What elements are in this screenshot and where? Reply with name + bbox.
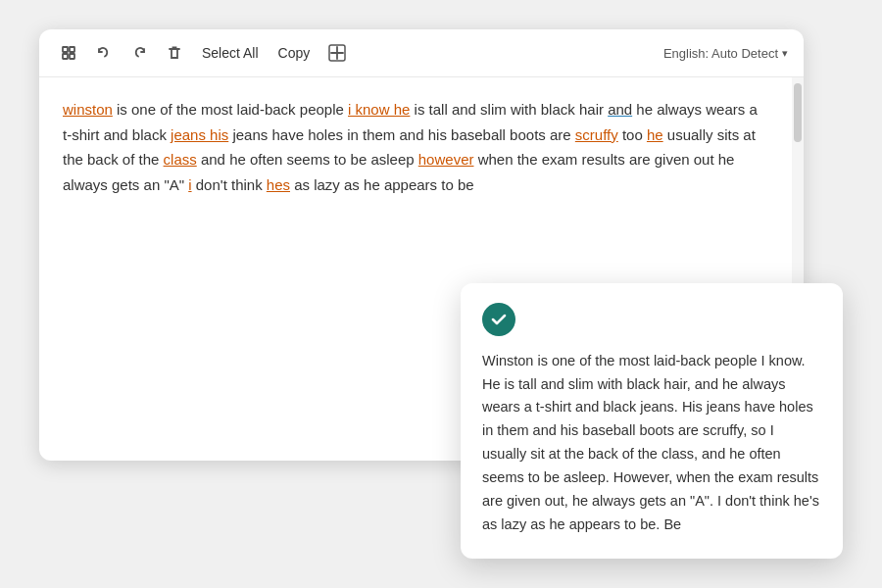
word-hes: hes [267,176,290,193]
correction-card: Winston is one of the most laid-back peo… [461,283,843,559]
delete-icon[interactable] [161,39,188,67]
svg-rect-1 [70,47,74,52]
undo-icon[interactable] [90,39,118,67]
svg-rect-0 [63,47,68,52]
correction-text: Winston is one of the most laid-back peo… [482,350,821,537]
word-class: class [164,151,197,168]
language-label: English: Auto Detect [663,46,778,61]
scrollbar-thumb[interactable] [794,83,802,142]
add-icon[interactable] [323,39,351,67]
word-jeans-his: jeans his [171,126,228,143]
toolbar: Select All Copy English: Auto Detect ▾ [39,29,804,77]
word-however: however [418,151,474,168]
word-winston: winston [63,101,113,118]
svg-rect-2 [63,54,68,59]
main-container: Select All Copy English: Auto Detect ▾ w… [39,29,843,559]
svg-rect-3 [70,54,74,59]
chevron-down-icon: ▾ [782,47,788,60]
word-and: and [608,101,632,118]
editor-text: winston is one of the most laid-back peo… [63,97,768,197]
word-scruffy: scruffy [575,126,618,143]
word-he: he [647,126,663,143]
redo-icon[interactable] [125,39,153,67]
select-all-button[interactable]: Select All [196,41,265,65]
word-i: i [188,176,191,193]
word-i-know-he: i know he [348,101,410,118]
copy-button[interactable]: Copy [272,41,317,65]
language-selector[interactable]: English: Auto Detect ▾ [663,46,788,61]
fullscreen-icon[interactable] [55,39,82,67]
check-icon-circle [482,303,515,336]
